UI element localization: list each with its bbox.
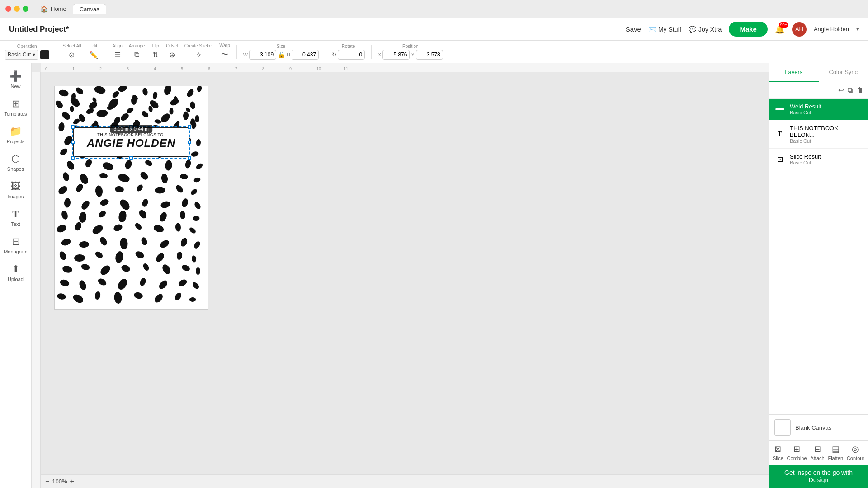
zoom-bar: − 100% +: [41, 474, 769, 488]
ruler-label-3: 3: [127, 66, 129, 71]
flatten-button[interactable]: ▤ Flatten: [828, 444, 843, 461]
layer-weld-name: Weld Result: [790, 103, 821, 110]
create-sticker-label: Create Sticker: [184, 43, 213, 48]
create-sticker-group: Create Sticker ✧: [184, 43, 213, 61]
right-panel-bottom: Blank Canvas ⊠ Slice ⊞ Combine ⊟ Attach …: [769, 414, 868, 488]
edit-button[interactable]: ✏️: [88, 49, 99, 61]
edit-label: Edit: [90, 43, 97, 48]
offset-label: Offset: [166, 43, 178, 48]
flip-label: Flip: [152, 43, 159, 48]
save-button[interactable]: Save: [626, 25, 641, 33]
minimize-button[interactable]: [14, 6, 20, 12]
envelope-icon: ✉️: [648, 26, 656, 33]
operation-select[interactable]: Basic Cut ▾: [5, 50, 38, 60]
tab-layers[interactable]: Layers: [769, 63, 819, 82]
flip-button[interactable]: ⇅: [151, 49, 160, 61]
combine-button[interactable]: ⊞ Combine: [787, 444, 807, 461]
canvas-tab-label: Canvas: [80, 6, 99, 13]
sidebar-item-images[interactable]: 🖼 Images: [2, 177, 30, 203]
zoom-out-button[interactable]: −: [45, 478, 49, 486]
top-nav: Untitled Project* Save ✉️ My Stuff 💬 Joy…: [0, 18, 868, 41]
arrange-button[interactable]: ⧉: [133, 49, 141, 60]
color-swatch[interactable]: [40, 50, 49, 59]
layers-delete-button[interactable]: 🗑: [856, 86, 863, 94]
warp-label: Warp: [219, 43, 230, 48]
ruler-top: 0 1 2 3 4 5 6 7 8 9 10 11: [41, 63, 769, 72]
height-input[interactable]: [292, 50, 319, 60]
width-input[interactable]: [249, 50, 276, 60]
sidebar-item-shapes[interactable]: ⬡ Shapes: [2, 150, 30, 175]
sidebar-monogram-label: Monogram: [4, 249, 28, 254]
sidebar-item-text[interactable]: T Text: [2, 205, 30, 230]
attach-button[interactable]: ⊟ Attach: [810, 444, 824, 461]
rotate-group: Rotate ↻: [332, 44, 365, 60]
close-button[interactable]: [5, 6, 11, 12]
offset-button[interactable]: ⊕: [168, 49, 176, 61]
slice-button[interactable]: ⊠ Slice: [773, 444, 783, 461]
layer-slice-name: Slice Result: [790, 153, 821, 160]
layer-item-weld-result[interactable]: Weld Result Basic Cut: [769, 99, 868, 120]
layer-notebook-name: THIS NOTEBOOK BELON...: [790, 125, 863, 138]
blank-canvas-swatch[interactable]: [774, 419, 791, 436]
create-sticker-button[interactable]: ✧: [194, 49, 203, 61]
green-banner[interactable]: Get inspo on the go with Design: [769, 465, 868, 488]
nav-right: Save ✉️ My Stuff 💬 Joy Xtra Make 🔔 99+ A…: [626, 22, 859, 37]
ruler-label-1: 1: [72, 66, 75, 71]
select-all-button[interactable]: ⊙: [67, 49, 76, 61]
canvas-tab[interactable]: Canvas: [73, 4, 106, 14]
ruler-label-6: 6: [208, 66, 210, 71]
x-label: X: [378, 52, 381, 57]
contour-button[interactable]: ◎ Contour: [847, 444, 864, 461]
home-tab-label: Home: [51, 5, 66, 12]
avatar[interactable]: AH: [792, 22, 807, 37]
layers-undo-button[interactable]: ↩: [838, 86, 844, 94]
layer-weld-sub: Basic Cut: [790, 110, 821, 115]
contour-icon: ◎: [852, 444, 859, 454]
x-input[interactable]: [382, 50, 410, 60]
fullscreen-button[interactable]: [23, 6, 28, 12]
sidebar-item-new[interactable]: ➕ New: [2, 67, 30, 93]
plus-icon: ➕: [9, 70, 22, 82]
rotate-icon: ↻: [332, 52, 336, 58]
layers-duplicate-button[interactable]: ⧉: [848, 86, 853, 94]
templates-icon: ⊞: [12, 98, 20, 110]
right-panel-tabs: Layers Color Sync: [769, 63, 868, 82]
align-button[interactable]: ☰: [113, 49, 122, 61]
offset-group: Offset ⊕: [166, 43, 178, 61]
canvas-area[interactable]: 0 1 2 3 4 5 6 7 8 9 10 11 THIS NOTEBOOK …: [32, 63, 769, 488]
align-group: Align ☰: [113, 43, 123, 61]
my-stuff-button[interactable]: ✉️ My Stuff: [648, 26, 681, 33]
project-title: Untitled Project*: [9, 25, 617, 34]
sidebar-item-templates[interactable]: ⊞ Templates: [2, 94, 30, 120]
joy-xtra-button[interactable]: 💬 Joy Xtra: [689, 26, 722, 33]
lock-icon[interactable]: 🔒: [278, 51, 285, 58]
separator5: [371, 45, 372, 59]
ruler-label-5: 5: [181, 66, 183, 71]
bottom-actions: ⊠ Slice ⊞ Combine ⊟ Attach ▤ Flatten ◎: [769, 441, 868, 465]
rotate-input[interactable]: [338, 50, 365, 60]
tab-color-sync[interactable]: Color Sync: [819, 63, 868, 82]
layer-item-slice-result[interactable]: ⊡ Slice Result Basic Cut: [769, 149, 868, 170]
ruler-label-10: 10: [316, 66, 321, 71]
title-bar: 🏠 Home Canvas: [0, 0, 868, 18]
align-label: Align: [113, 43, 123, 48]
home-tab[interactable]: 🏠 Home: [34, 4, 73, 14]
main-layout: ➕ New ⊞ Templates 📁 Projects ⬡ Shapes 🖼 …: [0, 63, 868, 488]
warp-button[interactable]: 〜: [220, 49, 230, 61]
images-icon: 🖼: [11, 181, 21, 192]
chevron-down-icon: ▾: [33, 52, 35, 58]
rotate-label: Rotate: [342, 44, 355, 49]
y-input[interactable]: [416, 50, 443, 60]
layer-item-notebook-text[interactable]: T THIS NOTEBOOK BELON... Basic Cut: [769, 120, 868, 149]
design-canvas[interactable]: THIS NOTEBOOK BELONGS TO: ANGIE HOLDEN 3…: [54, 86, 208, 310]
sidebar-item-monogram[interactable]: ⊟ Monogram: [2, 232, 30, 258]
zoom-in-button[interactable]: +: [70, 478, 74, 486]
operation-label: Operation: [17, 44, 37, 49]
sidebar-item-projects[interactable]: 📁 Projects: [2, 122, 30, 148]
make-button[interactable]: Make: [729, 22, 768, 37]
layer-notebook-sub: Basic Cut: [790, 138, 863, 144]
ruler-label-2: 2: [99, 66, 102, 71]
sidebar-item-upload[interactable]: ⬆ Upload: [2, 260, 30, 286]
notifications-button[interactable]: 🔔 99+: [775, 24, 785, 34]
sidebar: ➕ New ⊞ Templates 📁 Projects ⬡ Shapes 🖼 …: [0, 63, 32, 488]
